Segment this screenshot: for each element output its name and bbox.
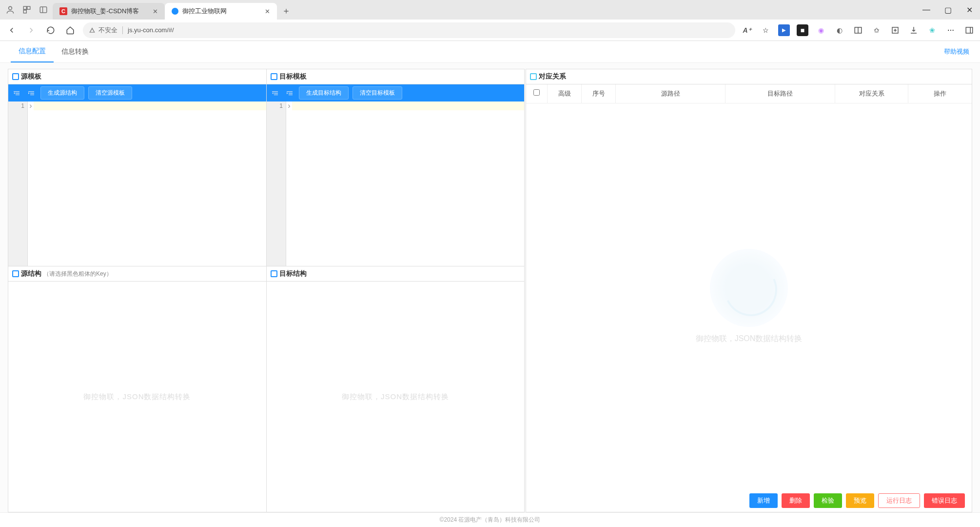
panel-icon <box>271 270 277 277</box>
svg-rect-4 <box>40 7 47 13</box>
extension-icon-3[interactable]: ◉ <box>815 24 827 36</box>
url-input[interactable]: 不安全 js.yu-con.com/#/ <box>83 22 735 38</box>
url-text: js.yu-con.com/#/ <box>128 26 174 34</box>
favorite-icon[interactable]: ☆ <box>760 24 771 36</box>
th-dst-path: 目标路径 <box>725 84 835 103</box>
source-toolbar: 生成源结构 清空源模板 <box>8 84 266 101</box>
svg-rect-8 <box>892 27 898 33</box>
new-tab-button[interactable]: ＋ <box>277 2 295 20</box>
back-button[interactable] <box>5 23 19 37</box>
outdent-icon[interactable] <box>270 88 280 99</box>
url-separator <box>122 26 123 34</box>
security-warning[interactable]: 不安全 <box>89 26 118 35</box>
svg-rect-6 <box>855 27 862 33</box>
target-editor[interactable]: 1 › <box>267 101 524 266</box>
th-advanced: 高级 <box>548 84 582 103</box>
more-icon[interactable]: ⋯ <box>945 24 957 36</box>
source-template-panel: 源模板 生成源结构 清空源模板 1 › <box>8 69 266 266</box>
indent-icon[interactable] <box>26 88 37 99</box>
errlog-button[interactable]: 错误日志 <box>924 493 965 508</box>
window-controls: ― ▢ ✕ <box>916 0 980 20</box>
panel-title: 目标模板 <box>279 72 307 81</box>
close-window-button[interactable]: ✕ <box>959 0 980 20</box>
line-number: 1 <box>279 102 283 109</box>
panel-icon <box>12 270 19 277</box>
panel-icon <box>12 73 19 80</box>
user-icon[interactable] <box>5 4 16 15</box>
extension-icon-1[interactable]: ▶ <box>778 24 790 36</box>
minimize-button[interactable]: ― <box>916 0 937 20</box>
browser-chrome: C 御控物联_姜-CSDN博客 ✕ 御控工业物联网 ✕ ＋ ― ▢ ✕ 不安全 <box>0 0 980 41</box>
read-aloud-icon[interactable]: A⁺ <box>741 24 753 36</box>
delete-button[interactable]: 删除 <box>782 493 810 508</box>
split-screen-icon[interactable] <box>852 24 864 36</box>
panel-title: 目标结构 <box>279 269 307 278</box>
watermark-text: 御控物联，JSON数据结构转换 <box>342 392 449 402</box>
panel-icon <box>530 73 537 80</box>
page-tabs: 信息配置 信息转换 帮助视频 <box>0 41 980 63</box>
generate-target-struct-button[interactable]: 生成目标结构 <box>299 86 349 100</box>
panel-toggle-icon[interactable] <box>38 4 49 15</box>
th-operation: 操作 <box>908 84 972 103</box>
extension-icon-5[interactable]: ❀ <box>926 24 938 36</box>
close-icon[interactable]: ✕ <box>153 8 158 15</box>
favicon-csdn: C <box>59 7 67 15</box>
preview-button[interactable]: 预览 <box>846 493 874 508</box>
fold-gutter[interactable]: › <box>28 101 34 266</box>
panel-title: 对应关系 <box>539 72 566 81</box>
source-struct-body: 御控物联，JSON数据结构转换 <box>8 282 266 512</box>
tab-yukon[interactable]: 御控工业物联网 ✕ <box>165 3 277 20</box>
target-struct-body: 御控物联，JSON数据结构转换 <box>267 282 524 512</box>
copyright: ©2024 莅源电产（青岛）科技有限公司 <box>440 516 541 523</box>
refresh-button[interactable] <box>44 23 58 37</box>
downloads-icon[interactable] <box>908 24 920 36</box>
add-button[interactable]: 新增 <box>749 493 778 508</box>
favorites-bar-icon[interactable]: ✩ <box>871 24 882 36</box>
panel-title: 源结构 <box>21 269 41 278</box>
runlog-button[interactable]: 运行日志 <box>878 493 920 508</box>
svg-rect-3 <box>23 10 26 13</box>
watermark-text: 御控物联，JSON数据结构转换 <box>696 334 803 344</box>
extension-icon-4[interactable]: ◐ <box>834 24 845 36</box>
watermark-logo <box>710 249 788 327</box>
clear-target-template-button[interactable]: 清空目标模板 <box>353 86 402 100</box>
relation-panel: 对应关系 高级 序号 源路径 目标路径 对应关系 操作 御控物联，JSON数据结… <box>526 69 972 512</box>
select-all-checkbox[interactable] <box>533 89 540 96</box>
watermark-text: 御控物联，JSON数据结构转换 <box>83 392 191 402</box>
tab-title: 御控物联_姜-CSDN博客 <box>71 7 139 16</box>
source-editor[interactable]: 1 › <box>8 101 266 266</box>
editor-line[interactable] <box>292 101 524 110</box>
workspace-icon[interactable] <box>21 4 32 15</box>
check-button[interactable]: 检验 <box>814 493 842 508</box>
sidebar-toggle-icon[interactable] <box>963 24 975 36</box>
target-toolbar: 生成目标结构 清空目标模板 <box>267 84 524 101</box>
editor-line[interactable] <box>34 101 266 110</box>
clear-source-template-button[interactable]: 清空源模板 <box>88 86 132 100</box>
help-video-link[interactable]: 帮助视频 <box>944 47 969 56</box>
collections-icon[interactable] <box>889 24 901 36</box>
tab-title: 御控工业物联网 <box>182 7 227 16</box>
panel-title: 源模板 <box>21 72 41 81</box>
tab-info-config[interactable]: 信息配置 <box>11 41 54 62</box>
maximize-button[interactable]: ▢ <box>937 0 959 20</box>
relation-table-header: 高级 序号 源路径 目标路径 对应关系 操作 <box>526 84 972 103</box>
indent-icon[interactable] <box>284 88 295 99</box>
generate-source-struct-button[interactable]: 生成源结构 <box>40 86 84 100</box>
favicon-yukon <box>172 8 178 15</box>
home-button[interactable] <box>63 23 77 37</box>
tab-csdn[interactable]: C 御控物联_姜-CSDN博客 ✕ <box>53 3 165 20</box>
address-bar: 不安全 js.yu-con.com/#/ A⁺ ☆ ▶ ■ ◉ ◐ ✩ ❀ ⋯ <box>0 20 980 41</box>
th-checkbox <box>526 84 548 103</box>
tab-info-convert[interactable]: 信息转换 <box>54 41 97 62</box>
extension-icon-2[interactable]: ■ <box>797 24 808 36</box>
target-template-panel: 目标模板 生成目标结构 清空目标模板 1 › <box>266 69 525 266</box>
outdent-icon[interactable] <box>11 88 22 99</box>
forward-button[interactable] <box>24 23 38 37</box>
tab-strip: C 御控物联_姜-CSDN博客 ✕ 御控工业物联网 ✕ ＋ <box>53 0 295 20</box>
svg-point-0 <box>9 6 12 10</box>
target-struct-panel: 目标结构 御控物联，JSON数据结构转换 <box>266 266 525 512</box>
th-relation: 对应关系 <box>835 84 908 103</box>
fold-gutter[interactable]: › <box>286 101 292 266</box>
close-icon[interactable]: ✕ <box>265 8 270 15</box>
svg-rect-11 <box>966 27 973 33</box>
